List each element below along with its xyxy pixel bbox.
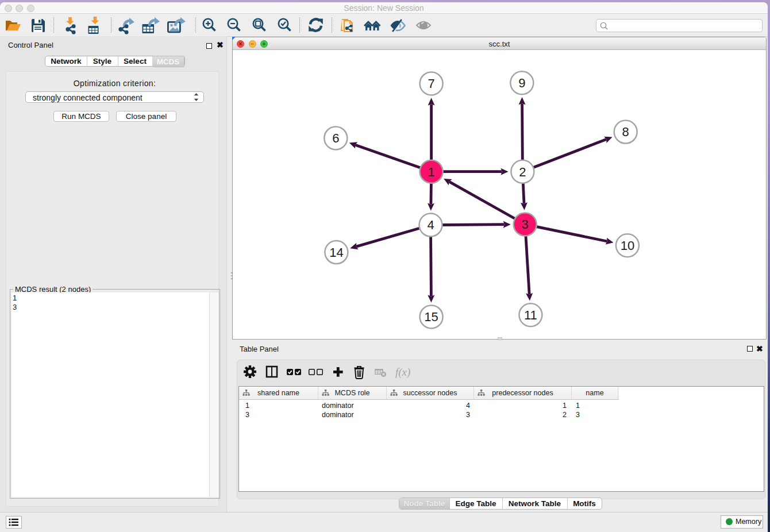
- svg-text:1: 1: [428, 165, 434, 179]
- svg-text:2: 2: [519, 165, 526, 179]
- svg-text:7: 7: [428, 76, 434, 91]
- svg-text:15: 15: [424, 310, 438, 324]
- svg-text:4: 4: [427, 218, 434, 232]
- svg-text:14: 14: [329, 245, 343, 260]
- svg-text:f(x): f(x): [395, 366, 410, 379]
- svg-text:9: 9: [518, 76, 525, 90]
- svg-text:10: 10: [621, 238, 634, 253]
- svg-text:6: 6: [332, 131, 339, 145]
- svg-text:8: 8: [622, 125, 629, 139]
- svg-text:3: 3: [522, 217, 529, 232]
- svg-text:11: 11: [524, 308, 537, 322]
